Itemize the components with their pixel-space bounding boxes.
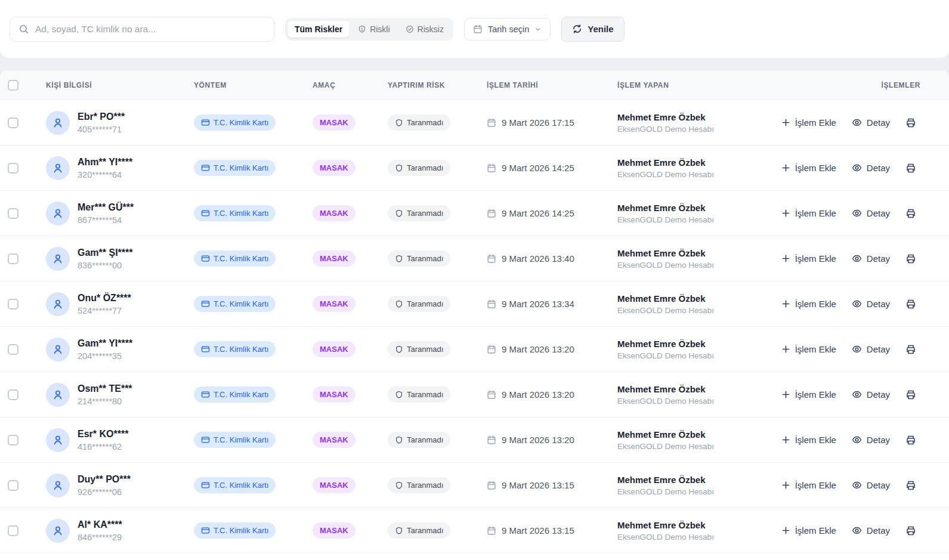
add-transaction-label: İşlem Ekle	[795, 389, 836, 400]
date-select-button[interactable]: Tarih seçin	[464, 18, 551, 41]
search-input[interactable]	[35, 24, 265, 35]
avatar	[46, 383, 70, 407]
add-transaction-label: İşlem Ekle	[795, 435, 836, 445]
header-purpose: AMAÇ	[311, 81, 386, 89]
person-icon	[52, 298, 64, 310]
calendar-icon	[487, 435, 496, 445]
print-button[interactable]	[905, 117, 916, 128]
detail-button[interactable]: Detay	[852, 344, 890, 354]
date-label: 9 Mart 2026 17:15	[502, 117, 574, 128]
date-label: 9 Mart 2026 13:20	[502, 435, 574, 445]
row-checkbox[interactable]	[8, 525, 18, 536]
print-button[interactable]	[905, 480, 916, 491]
row-checkbox[interactable]	[8, 163, 18, 174]
calendar-icon	[473, 24, 483, 34]
row-checkbox[interactable]	[8, 344, 18, 355]
avatar	[46, 519, 70, 543]
detail-button[interactable]: Detay	[852, 117, 890, 128]
add-transaction-button[interactable]: İşlem Ekle	[781, 435, 836, 445]
refresh-icon	[572, 24, 582, 34]
add-transaction-label: İşlem Ekle	[795, 208, 836, 218]
detail-button[interactable]: Detay	[852, 208, 890, 218]
plus-icon	[781, 118, 790, 127]
method-badge: T.C. Kimlik Kartı	[194, 115, 276, 131]
row-checkbox[interactable]	[8, 389, 18, 400]
id-card-icon	[201, 118, 210, 127]
add-transaction-button[interactable]: İşlem Ekle	[781, 389, 836, 400]
purpose-badge: MASAK	[313, 341, 356, 357]
header-actions: İŞLEMLER	[763, 81, 949, 89]
add-transaction-button[interactable]: İşlem Ekle	[781, 117, 836, 128]
row-checkbox[interactable]	[8, 253, 18, 264]
add-transaction-button[interactable]: İşlem Ekle	[781, 344, 836, 354]
add-transaction-label: İşlem Ekle	[795, 480, 836, 490]
row-actions: İşlem Ekle Detay	[763, 208, 949, 219]
row-checkbox[interactable]	[8, 117, 18, 128]
person-name: Gam** ŞI****	[78, 247, 133, 259]
person-icon	[52, 208, 64, 219]
calendar-icon	[487, 345, 496, 354]
printer-icon	[905, 344, 916, 355]
add-transaction-button[interactable]: İşlem Ekle	[781, 163, 836, 173]
filter-all-risks[interactable]: Tüm Riskler	[288, 21, 350, 38]
check-circle-icon	[406, 25, 414, 33]
row-checkbox[interactable]	[8, 299, 18, 310]
detail-label: Detay	[867, 344, 890, 354]
date-label: 9 Mart 2026 13:15	[502, 480, 574, 490]
detail-button[interactable]: Detay	[852, 435, 890, 445]
filter-risky[interactable]: Riskli	[351, 21, 397, 38]
date-label: 9 Mart 2026 13:15	[502, 525, 574, 536]
id-card-icon	[201, 345, 210, 354]
add-transaction-button[interactable]: İşlem Ekle	[781, 299, 836, 309]
avatar	[46, 156, 70, 180]
detail-button[interactable]: Detay	[852, 253, 890, 264]
select-all-checkbox[interactable]	[8, 80, 18, 91]
header-method: YÖNTEM	[190, 81, 311, 89]
detail-button[interactable]: Detay	[852, 389, 890, 400]
detail-button[interactable]: Detay	[852, 299, 890, 309]
print-button[interactable]	[905, 208, 916, 219]
person-icon	[52, 344, 64, 355]
id-card-icon	[201, 254, 210, 263]
row-checkbox[interactable]	[8, 480, 18, 491]
detail-button[interactable]: Detay	[852, 480, 890, 490]
print-button[interactable]	[905, 389, 916, 400]
printer-icon	[905, 163, 916, 174]
calendar-icon	[487, 163, 496, 173]
print-button[interactable]	[905, 163, 916, 174]
avatar	[46, 292, 70, 316]
print-button[interactable]	[905, 299, 916, 310]
detail-label: Detay	[867, 525, 890, 536]
filter-riskless[interactable]: Risksiz	[398, 21, 451, 38]
avatar	[46, 247, 70, 271]
add-transaction-button[interactable]: İşlem Ekle	[781, 480, 836, 490]
print-button[interactable]	[905, 344, 916, 355]
person-masked-id: 524******77	[78, 306, 131, 315]
print-button[interactable]	[905, 435, 916, 445]
add-transaction-button[interactable]: İşlem Ekle	[781, 253, 836, 264]
detail-label: Detay	[867, 389, 890, 400]
add-transaction-label: İşlem Ekle	[795, 525, 836, 536]
add-transaction-button[interactable]: İşlem Ekle	[781, 525, 836, 536]
refresh-button[interactable]: Yenile	[561, 17, 624, 42]
transaction-date: 9 Mart 2026 14:25	[487, 163, 617, 173]
eye-icon	[852, 208, 862, 218]
detail-button[interactable]: Detay	[852, 163, 890, 173]
print-button[interactable]	[905, 525, 916, 536]
detail-label: Detay	[867, 117, 890, 128]
table-row: Gam** YI**** 204******35 T.C. Kimlik Kar…	[0, 327, 949, 372]
detail-button[interactable]: Detay	[852, 525, 890, 536]
avatar	[46, 474, 70, 497]
row-checkbox[interactable]	[8, 208, 18, 219]
purpose-badge: MASAK	[313, 296, 356, 312]
add-transaction-label: İşlem Ekle	[795, 299, 836, 309]
plus-icon	[781, 209, 790, 218]
shield-icon	[395, 345, 403, 354]
operator-name: Mehmet Emre Özbek	[617, 429, 763, 441]
row-checkbox[interactable]	[8, 435, 18, 445]
detail-label: Detay	[867, 299, 890, 309]
print-button[interactable]	[905, 253, 916, 264]
person-icon	[52, 117, 64, 129]
add-transaction-label: İşlem Ekle	[795, 344, 836, 354]
add-transaction-button[interactable]: İşlem Ekle	[781, 208, 836, 218]
